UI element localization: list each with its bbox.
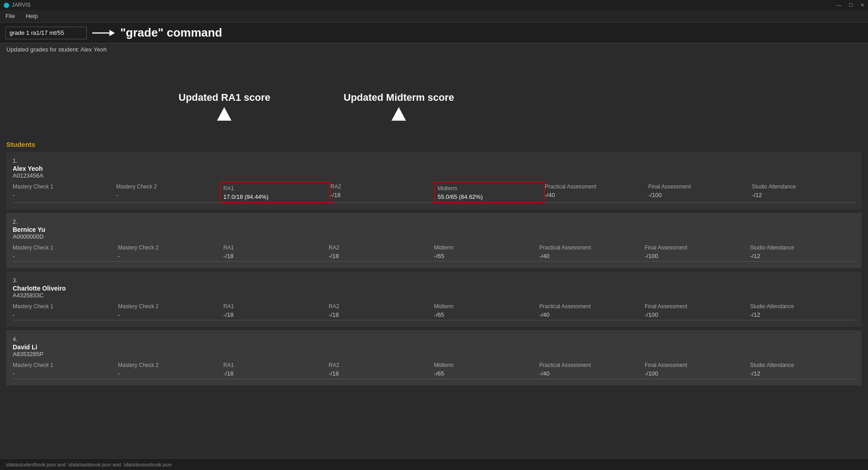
grade-col-header: RA2 [329,302,434,310]
student-block-3: 3. Charlotte Oliveiro A4325833C Mastery … [6,272,862,327]
student-id: A4325833C [13,292,855,299]
maximize-button[interactable]: ☐ [849,2,853,8]
grade-col-3: RA2 -/18 [330,183,434,203]
grade-col-value: -/18 [329,253,434,259]
grade-col-value: -/18 [223,370,329,377]
command-bar: "grade" command [0,23,868,43]
grade-col-value: -/65 [434,311,539,318]
grade-col-4: Midterm -/65 [434,302,539,320]
grade-col-value: -/12 [752,192,855,198]
grade-col-value: -/18 [223,253,329,259]
grade-col-header: Midterm [434,302,539,310]
title-bar: ⬤ JARVIS — ☐ ✕ [0,0,868,10]
student-num: 4. [13,336,855,343]
grade-col-value: -/12 [750,311,855,318]
grade-col-header: Practical Assessment [545,183,648,190]
window-controls[interactable]: — ☐ ✕ [836,2,864,8]
student-id: A0000000D [13,233,855,240]
grade-col-value: -/40 [539,370,645,377]
grade-col-3: RA2 -/18 [329,244,434,262]
grade-col-header: Final Assessment [645,361,750,368]
grade-row: Mastery Check 1 - Mastery Check 2 - RA1 … [13,183,855,203]
grade-col-header: Midterm [434,244,539,251]
grade-col-7: Studio Attendance -/12 [750,361,855,379]
student-name: Bernice Yu [13,226,855,233]
grade-col-header: Studio Attendance [750,244,855,251]
student-block-1: 1. Alex Yeoh A0123456A Mastery Check 1 -… [6,152,862,209]
grade-col-header: Mastery Check 1 [13,244,118,251]
grade-col-header: Practical Assessment [539,361,645,368]
grade-col-7: Studio Attendance -/12 [750,244,855,262]
grade-col-6: Final Assessment -/100 [648,183,752,203]
grade-col-value: -/100 [648,192,752,198]
grade-col-value: - [13,253,118,259]
command-label: "grade" command [120,26,222,40]
grade-col-header: Mastery Check 2 [118,244,223,251]
grade-col-0: Mastery Check 1 - [13,361,118,379]
menu-file[interactable]: File [4,12,17,20]
minimize-button[interactable]: — [836,2,841,8]
grade-col-header: Final Assessment [645,302,750,310]
arrow-right-icon [92,28,115,38]
ra1-annotation-label: Updated RA1 score [179,92,270,103]
bottom-bar-text: .\data\studentbook.json and .\data\taskb… [5,462,172,467]
grade-col-7: Studio Attendance -/12 [752,183,855,203]
grade-col-value: - [13,192,116,198]
grade-col-header: Midterm [434,361,539,368]
students-container: 1. Alex Yeoh A0123456A Mastery Check 1 -… [6,152,862,385]
grade-col-header: Mastery Check 2 [118,302,223,310]
grade-col-value: -/18 [329,311,434,318]
grade-col-4: Midterm -/65 [434,244,539,262]
grade-col-value: -/40 [545,192,648,198]
grade-col-3: RA2 -/18 [329,302,434,320]
grade-col-2: RA1 -/18 [223,302,329,320]
grade-col-value: - [118,253,223,259]
grade-col-header: RA1 [223,361,329,368]
grade-row: Mastery Check 1 - Mastery Check 2 - RA1 … [13,361,855,379]
grade-col-value: -/18 [330,192,434,198]
grade-col-header: Mastery Check 2 [116,183,220,190]
svg-marker-1 [109,30,115,36]
grade-col-value: -/65 [434,370,539,377]
app-title: JARVIS [12,2,31,8]
command-input[interactable] [5,27,87,39]
grade-col-value: - [118,311,223,318]
grade-col-value: -/100 [645,253,750,259]
grade-col-0: Mastery Check 1 - [13,244,118,262]
student-block-2: 2. Bernice Yu A0000000D Mastery Check 1 … [6,213,862,268]
grade-col-header: RA1 [223,302,329,310]
bottom-bar: .\data\studentbook.json and .\data\taskb… [0,458,868,470]
grade-col-5: Practical Assessment -/40 [539,302,645,320]
student-name: Alex Yeoh [13,165,855,172]
student-id: A8353285P [13,351,855,357]
grade-col-5: Practical Assessment -/40 [539,244,645,262]
main-content[interactable]: Updated RA1 score Updated Midterm score … [0,56,868,457]
students-header: Students [6,137,862,150]
menu-help[interactable]: Help [24,12,40,20]
student-block-4: 4. David Li A8353285P Mastery Check 1 - … [6,330,862,385]
app-icon: ⬤ [4,2,9,8]
grade-col-0: Mastery Check 1 - [13,183,116,203]
grade-col-3: RA2 -/18 [329,361,434,379]
grade-col-6: Final Assessment -/100 [645,244,750,262]
grade-col-value: -/18 [223,311,329,318]
grade-col-header: RA1 [223,244,329,251]
close-button[interactable]: ✕ [860,2,864,8]
grade-col-5: Practical Assessment -/40 [539,361,645,379]
midterm-arrow-icon [392,107,406,121]
grade-col-value: 55.0/65 (84.62%) [438,193,541,200]
grade-col-value: - [13,370,118,377]
grade-col-header: Midterm [438,184,541,192]
menu-bar: File Help [0,10,868,23]
student-name: David Li [13,343,855,351]
grade-col-header: Mastery Check 1 [13,302,118,310]
grade-col-header: Final Assessment [645,244,750,251]
grade-col-header: Practical Assessment [539,302,645,310]
grade-col-0: Mastery Check 1 - [13,302,118,320]
midterm-annotation-label: Updated Midterm score [344,92,454,103]
grade-col-header: Studio Attendance [752,183,855,190]
grade-col-6: Final Assessment -/100 [645,302,750,320]
grade-row: Mastery Check 1 - Mastery Check 2 - RA1 … [13,302,855,320]
grade-col-value: -/18 [329,370,434,377]
student-num: 1. [13,157,855,164]
